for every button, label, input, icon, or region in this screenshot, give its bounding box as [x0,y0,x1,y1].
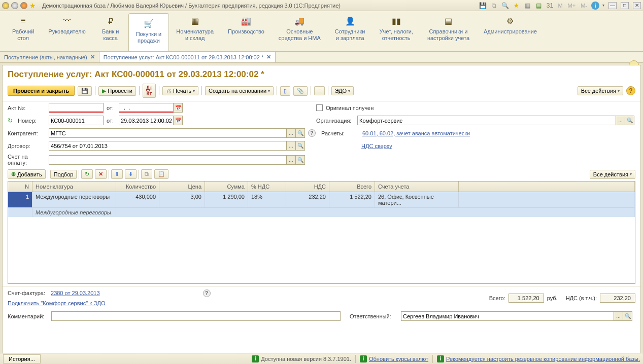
akt-number-input[interactable] [49,103,104,113]
calendar-icon[interactable]: 📅 [174,103,183,113]
list-button[interactable]: ≡ [314,86,324,95]
calendar-icon[interactable]: 📅 [174,116,183,125]
search-icon[interactable]: 🔍 [501,2,509,10]
mem-mminus[interactable]: M- [580,3,588,9]
col-qty[interactable]: Количество [116,181,159,192]
sf-link[interactable]: 2380 от 29.03.2013 [51,290,100,296]
history-button[interactable]: История... [3,354,41,363]
cell-vatamt[interactable]: 232,20 [286,192,329,207]
cell-acct[interactable]: 26, Офис, Косвенные матери... [375,192,459,207]
nav-back-icon[interactable] [11,2,18,9]
table-row-sub[interactable]: Междугородные переговоры [8,207,635,217]
col-price[interactable]: Цена [159,181,205,192]
col-total[interactable]: Всего [329,181,375,192]
attach-button[interactable]: 📎 [293,86,308,96]
all-actions-button[interactable]: Все действия▾ [578,86,623,95]
cell-total[interactable]: 1 522,20 [329,192,375,207]
calendar-icon[interactable]: 31 [546,2,554,10]
status-version[interactable]: iДоступна новая версия 8.3.7.1901. [252,355,351,362]
nav-fwd-icon[interactable] [20,2,27,9]
disk-icon[interactable]: 💾 [479,2,487,10]
move-up-button[interactable]: ⬆ [111,169,123,179]
schet-input[interactable] [49,155,287,165]
raschety-link[interactable]: 60.01, 60.02, зачет аванса автоматически [362,130,470,136]
copy-button[interactable]: ⧉ [141,169,152,179]
grid-body[interactable]: 1 Междугородные переговоры 430,000 3,00 … [8,192,635,283]
nav-admin[interactable]: ⚙Администрирование [477,11,544,51]
nav-pokupki[interactable]: 🛒Покупки и продажи [128,13,170,51]
nav-nomen[interactable]: ▦Номенклатура и склад [169,11,221,51]
doc-button[interactable]: ▯ [280,86,290,96]
col-acct[interactable]: Счета учета [375,181,459,192]
minimize-button[interactable]: — [608,2,617,9]
nav-proizv[interactable]: 🏭Производство [221,11,272,51]
help-icon[interactable]: ? [308,129,316,137]
col-vat[interactable]: % НДС [248,181,286,192]
tab-list[interactable]: Поступление (акты, накладные) ✕ [0,52,99,62]
provesti-zakryt-button[interactable]: Провести и закрыть [8,86,75,96]
favorite-icon[interactable]: ★ [29,2,36,10]
paste-button[interactable]: 📋 [154,169,168,179]
move-down-button[interactable]: ⬇ [125,169,137,179]
more-button[interactable]: ... [614,311,623,321]
cell-n[interactable]: 1 [8,192,32,207]
dtkt-button[interactable]: ДтКт [143,84,156,98]
nav-uchet[interactable]: ▮▮Учет, налоги, отчетность [372,11,420,51]
edo-button[interactable]: ЭДО▾ [331,86,354,95]
refresh-icon[interactable]: ↻ [8,117,15,124]
cell-nom2[interactable]: Междугородные переговоры [32,208,116,217]
save-button[interactable]: 💾 [78,86,92,96]
nomer-input[interactable] [49,116,104,125]
nds-link[interactable]: НДС сверху [361,143,392,149]
kontragent-input[interactable] [49,128,287,138]
nav-bank[interactable]: ₽Банк и касса [93,11,128,51]
search-icon[interactable]: 🔍 [296,141,305,151]
more-button[interactable]: ... [287,155,296,165]
original-checkbox[interactable] [316,104,323,111]
refresh-grid-button[interactable]: ↻ [81,169,93,179]
mem-m[interactable]: M [557,3,563,9]
grid-all-actions-button[interactable]: Все действия▾ [590,170,635,179]
help-icon[interactable]: ? [626,86,635,95]
grid-icon[interactable]: ▦ [523,2,531,10]
col-vatamt[interactable]: НДС [286,181,329,192]
calc-icon[interactable]: ▤ [534,2,543,10]
podbor-button[interactable]: Подбор [50,170,77,179]
search-icon[interactable]: 🔍 [623,311,632,321]
cell-price[interactable]: 3,00 [159,192,205,207]
maximize-button[interactable]: □ [621,2,629,9]
org-input[interactable] [357,116,616,125]
akt-date-input[interactable] [119,103,174,113]
col-n[interactable]: N [8,181,32,192]
status-rates[interactable]: iОбновить курсы валют [360,355,428,362]
close-icon[interactable]: ✕ [266,54,271,60]
delete-row-button[interactable]: ✕ [95,169,107,179]
search-icon[interactable]: 🔍 [296,128,305,138]
search-icon[interactable]: 🔍 [625,116,634,125]
close-window-button[interactable]: ✕ [633,2,641,9]
more-button[interactable]: ... [287,128,296,138]
cell-qty[interactable]: 430,000 [116,192,159,207]
help-icon[interactable]: ? [203,289,211,297]
comment-input[interactable] [51,311,341,321]
nav-sotr[interactable]: 👤Сотрудники и зарплата [328,11,373,51]
mem-mplus[interactable]: M+ [567,3,577,9]
nav-ruk[interactable]: 〰Руководителю [41,11,92,51]
cell-vat[interactable]: 18% [248,192,286,207]
col-sum[interactable]: Сумма [205,181,248,192]
dogovor-input[interactable] [49,141,287,151]
star-icon[interactable]: ★ [512,2,520,10]
more-button[interactable]: ... [287,141,296,151]
create-based-button[interactable]: Создать на основании▾ [205,86,274,95]
provesti-button[interactable]: ▶Провести [98,86,136,96]
search-icon[interactable]: 🔍 [296,155,305,165]
col-nom[interactable]: Номенклатура [32,181,116,192]
table-row[interactable]: 1 Междугородные переговоры 430,000 3,00 … [8,192,635,207]
print-button[interactable]: 🖨Печать▾ [162,86,198,95]
resp-input[interactable] [401,311,614,321]
nav-osn[interactable]: 🚚Основные средства и НМА [272,11,328,51]
cell-sum[interactable]: 1 290,00 [205,192,248,207]
nomer-date-input[interactable] [119,116,174,125]
nav-desktop[interactable]: ≡Рабочий стол [5,11,41,51]
more-button[interactable]: ... [616,116,625,125]
